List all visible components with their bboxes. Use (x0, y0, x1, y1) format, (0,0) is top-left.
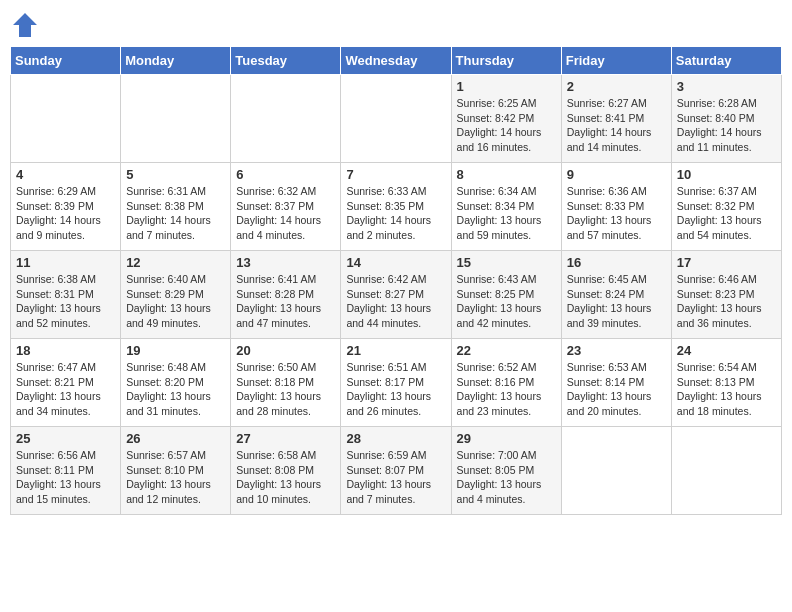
calendar-cell: 5Sunrise: 6:31 AM Sunset: 8:38 PM Daylig… (121, 163, 231, 251)
header-row: SundayMondayTuesdayWednesdayThursdayFrid… (11, 47, 782, 75)
page-header (10, 10, 782, 40)
calendar-week-row: 1Sunrise: 6:25 AM Sunset: 8:42 PM Daylig… (11, 75, 782, 163)
calendar-cell (231, 75, 341, 163)
day-number: 16 (567, 255, 666, 270)
day-number: 1 (457, 79, 556, 94)
calendar-week-row: 11Sunrise: 6:38 AM Sunset: 8:31 PM Dayli… (11, 251, 782, 339)
day-number: 27 (236, 431, 335, 446)
calendar-week-row: 4Sunrise: 6:29 AM Sunset: 8:39 PM Daylig… (11, 163, 782, 251)
calendar-cell: 28Sunrise: 6:59 AM Sunset: 8:07 PM Dayli… (341, 427, 451, 515)
calendar-cell: 23Sunrise: 6:53 AM Sunset: 8:14 PM Dayli… (561, 339, 671, 427)
header-day: Friday (561, 47, 671, 75)
logo (10, 10, 44, 40)
day-number: 7 (346, 167, 445, 182)
day-info: Sunrise: 6:37 AM Sunset: 8:32 PM Dayligh… (677, 184, 776, 243)
day-number: 24 (677, 343, 776, 358)
calendar-cell (671, 427, 781, 515)
header-day: Monday (121, 47, 231, 75)
calendar-cell (121, 75, 231, 163)
day-info: Sunrise: 6:48 AM Sunset: 8:20 PM Dayligh… (126, 360, 225, 419)
calendar-cell: 26Sunrise: 6:57 AM Sunset: 8:10 PM Dayli… (121, 427, 231, 515)
day-number: 14 (346, 255, 445, 270)
day-info: Sunrise: 6:42 AM Sunset: 8:27 PM Dayligh… (346, 272, 445, 331)
calendar-cell: 24Sunrise: 6:54 AM Sunset: 8:13 PM Dayli… (671, 339, 781, 427)
day-info: Sunrise: 6:41 AM Sunset: 8:28 PM Dayligh… (236, 272, 335, 331)
calendar-cell: 4Sunrise: 6:29 AM Sunset: 8:39 PM Daylig… (11, 163, 121, 251)
day-info: Sunrise: 6:57 AM Sunset: 8:10 PM Dayligh… (126, 448, 225, 507)
header-day: Sunday (11, 47, 121, 75)
calendar-cell: 25Sunrise: 6:56 AM Sunset: 8:11 PM Dayli… (11, 427, 121, 515)
header-day: Tuesday (231, 47, 341, 75)
day-info: Sunrise: 6:33 AM Sunset: 8:35 PM Dayligh… (346, 184, 445, 243)
day-info: Sunrise: 6:43 AM Sunset: 8:25 PM Dayligh… (457, 272, 556, 331)
day-number: 19 (126, 343, 225, 358)
day-number: 12 (126, 255, 225, 270)
calendar-cell: 11Sunrise: 6:38 AM Sunset: 8:31 PM Dayli… (11, 251, 121, 339)
day-number: 8 (457, 167, 556, 182)
header-day: Wednesday (341, 47, 451, 75)
day-info: Sunrise: 6:50 AM Sunset: 8:18 PM Dayligh… (236, 360, 335, 419)
calendar-cell: 10Sunrise: 6:37 AM Sunset: 8:32 PM Dayli… (671, 163, 781, 251)
day-number: 22 (457, 343, 556, 358)
calendar-cell: 12Sunrise: 6:40 AM Sunset: 8:29 PM Dayli… (121, 251, 231, 339)
day-number: 11 (16, 255, 115, 270)
calendar-header: SundayMondayTuesdayWednesdayThursdayFrid… (11, 47, 782, 75)
header-day: Thursday (451, 47, 561, 75)
day-info: Sunrise: 6:54 AM Sunset: 8:13 PM Dayligh… (677, 360, 776, 419)
calendar-cell: 1Sunrise: 6:25 AM Sunset: 8:42 PM Daylig… (451, 75, 561, 163)
day-number: 4 (16, 167, 115, 182)
calendar-cell: 27Sunrise: 6:58 AM Sunset: 8:08 PM Dayli… (231, 427, 341, 515)
day-number: 10 (677, 167, 776, 182)
day-info: Sunrise: 6:29 AM Sunset: 8:39 PM Dayligh… (16, 184, 115, 243)
day-number: 18 (16, 343, 115, 358)
calendar-cell: 17Sunrise: 6:46 AM Sunset: 8:23 PM Dayli… (671, 251, 781, 339)
calendar-cell: 16Sunrise: 6:45 AM Sunset: 8:24 PM Dayli… (561, 251, 671, 339)
calendar-body: 1Sunrise: 6:25 AM Sunset: 8:42 PM Daylig… (11, 75, 782, 515)
day-number: 26 (126, 431, 225, 446)
day-info: Sunrise: 6:58 AM Sunset: 8:08 PM Dayligh… (236, 448, 335, 507)
day-info: Sunrise: 6:46 AM Sunset: 8:23 PM Dayligh… (677, 272, 776, 331)
day-info: Sunrise: 6:31 AM Sunset: 8:38 PM Dayligh… (126, 184, 225, 243)
calendar-week-row: 18Sunrise: 6:47 AM Sunset: 8:21 PM Dayli… (11, 339, 782, 427)
day-number: 23 (567, 343, 666, 358)
day-number: 28 (346, 431, 445, 446)
calendar-cell (561, 427, 671, 515)
day-number: 13 (236, 255, 335, 270)
calendar-cell: 29Sunrise: 7:00 AM Sunset: 8:05 PM Dayli… (451, 427, 561, 515)
calendar-cell: 18Sunrise: 6:47 AM Sunset: 8:21 PM Dayli… (11, 339, 121, 427)
day-number: 3 (677, 79, 776, 94)
day-info: Sunrise: 6:51 AM Sunset: 8:17 PM Dayligh… (346, 360, 445, 419)
day-info: Sunrise: 6:59 AM Sunset: 8:07 PM Dayligh… (346, 448, 445, 507)
calendar-cell: 6Sunrise: 6:32 AM Sunset: 8:37 PM Daylig… (231, 163, 341, 251)
day-number: 2 (567, 79, 666, 94)
calendar-cell: 21Sunrise: 6:51 AM Sunset: 8:17 PM Dayli… (341, 339, 451, 427)
calendar-cell: 13Sunrise: 6:41 AM Sunset: 8:28 PM Dayli… (231, 251, 341, 339)
day-info: Sunrise: 6:38 AM Sunset: 8:31 PM Dayligh… (16, 272, 115, 331)
calendar-cell: 7Sunrise: 6:33 AM Sunset: 8:35 PM Daylig… (341, 163, 451, 251)
day-info: Sunrise: 6:32 AM Sunset: 8:37 PM Dayligh… (236, 184, 335, 243)
calendar-cell: 8Sunrise: 6:34 AM Sunset: 8:34 PM Daylig… (451, 163, 561, 251)
day-info: Sunrise: 6:27 AM Sunset: 8:41 PM Dayligh… (567, 96, 666, 155)
calendar-cell: 2Sunrise: 6:27 AM Sunset: 8:41 PM Daylig… (561, 75, 671, 163)
calendar-cell: 19Sunrise: 6:48 AM Sunset: 8:20 PM Dayli… (121, 339, 231, 427)
day-number: 20 (236, 343, 335, 358)
day-info: Sunrise: 6:47 AM Sunset: 8:21 PM Dayligh… (16, 360, 115, 419)
calendar-cell: 20Sunrise: 6:50 AM Sunset: 8:18 PM Dayli… (231, 339, 341, 427)
calendar-table: SundayMondayTuesdayWednesdayThursdayFrid… (10, 46, 782, 515)
day-info: Sunrise: 6:34 AM Sunset: 8:34 PM Dayligh… (457, 184, 556, 243)
day-number: 6 (236, 167, 335, 182)
day-info: Sunrise: 6:40 AM Sunset: 8:29 PM Dayligh… (126, 272, 225, 331)
day-number: 21 (346, 343, 445, 358)
svg-marker-0 (13, 13, 37, 37)
day-info: Sunrise: 6:45 AM Sunset: 8:24 PM Dayligh… (567, 272, 666, 331)
calendar-week-row: 25Sunrise: 6:56 AM Sunset: 8:11 PM Dayli… (11, 427, 782, 515)
day-number: 9 (567, 167, 666, 182)
day-number: 15 (457, 255, 556, 270)
day-info: Sunrise: 6:25 AM Sunset: 8:42 PM Dayligh… (457, 96, 556, 155)
day-info: Sunrise: 6:56 AM Sunset: 8:11 PM Dayligh… (16, 448, 115, 507)
day-info: Sunrise: 6:53 AM Sunset: 8:14 PM Dayligh… (567, 360, 666, 419)
day-number: 5 (126, 167, 225, 182)
day-number: 25 (16, 431, 115, 446)
header-day: Saturday (671, 47, 781, 75)
calendar-cell: 9Sunrise: 6:36 AM Sunset: 8:33 PM Daylig… (561, 163, 671, 251)
